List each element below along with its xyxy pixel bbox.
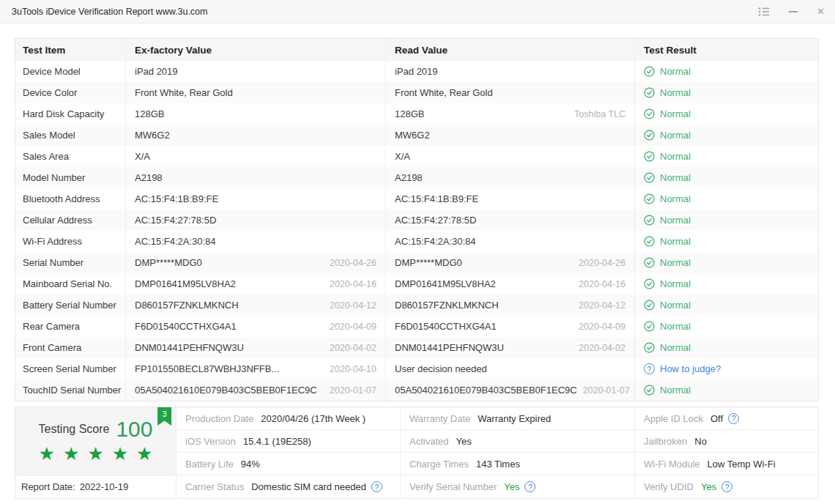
test-result-label: Normal [660,385,691,396]
ex-factory-value: F6D01540CCTHXG4A1 [135,321,237,332]
table-row: Sales Model MW6G2 MW6G2 Normal [15,125,818,146]
ex-factory-date: 2020-04-10 [324,364,376,374]
column-header-test-result: Test Result [634,39,818,61]
test-result-cell: Normal [634,103,818,125]
table-row: Cellular Address AC:15:F4:27:78:5D AC:15… [15,210,818,231]
test-result-cell: Normal [634,188,818,210]
read-value: 128GB [395,108,424,119]
summary-cell-label: Verify Serial Number [409,481,497,492]
check-circle-icon [644,151,655,162]
score-badge: 3 [157,407,171,426]
question-circle-icon[interactable]: ? [721,481,732,492]
question-circle-icon[interactable]: ? [371,481,382,492]
test-result-cell: Normal [634,231,818,252]
test-item-label: Model Number [15,167,125,188]
summary-cell: Verify Serial Number Yes ? [400,475,634,498]
test-result-cell: Normal [634,294,818,316]
report-date-row: Report Date: 2022-10-19 [15,475,176,497]
report-date-value: 2022-10-19 [80,481,129,492]
menu-icon[interactable] [758,7,770,17]
read-value-note: 2020-04-26 [573,258,626,268]
test-result-label: Normal [660,215,691,226]
summary-cell-value: Domestic SIM card needed [251,481,366,492]
score-column: 3 Testing Score 100 ★★★★★ Report Date: 2… [15,407,177,498]
check-circle-icon [644,108,655,119]
check-circle-icon [644,257,655,268]
summary-cell-label: iOS Version [185,436,236,447]
window-title: 3uTools iDevice Verification Report www.… [12,7,207,17]
ex-factory-value: DMP*****MDG0 [135,257,202,268]
minimize-button[interactable] [789,11,798,12]
report-table: Test Item Ex-factory Value Read Value Te… [15,38,819,401]
table-row: Hard Disk Capacity 128GB 128GB Toshiba T… [15,103,818,125]
summary-cell: Apple ID Lock Off ? [634,407,818,430]
check-circle-icon [644,193,655,204]
summary-cell-label: Carrier Status [185,481,244,492]
question-circle-icon[interactable]: ? [728,413,739,424]
how-to-judge-link[interactable]: How to judge? [660,363,721,374]
test-item-label: Cellular Address [15,210,125,231]
ex-factory-date: 2020-04-16 [324,279,376,289]
summary-cell-label: Verify UDID [644,481,694,492]
table-row: Device Model iPad 2019 iPad 2019 Normal [15,61,818,82]
minimize-icon [789,11,798,12]
summary-cell: Carrier Status Domestic SIM card needed … [177,475,400,498]
ex-factory-value: iPad 2019 [135,66,178,77]
table-row: Rear Camera F6D01540CCTHXG4A1 2020-04-09… [15,316,818,337]
ex-factory-value: 05A504021610E079B403C5BEB0F1EC9C [135,385,317,396]
test-item-label: Wi-Fi Address [15,231,125,252]
read-value: X/A [395,151,410,162]
read-value-note: Toshiba TLC [568,109,626,119]
summary-panel: 3 Testing Score 100 ★★★★★ Report Date: 2… [15,407,819,499]
testing-score-value: 100 [116,418,152,440]
read-value: AC:15:F4:27:78:5D [395,215,476,226]
summary-cell-label: Battery Life [185,459,234,470]
ex-factory-value: A2198 [135,172,163,183]
ex-factory-date: 2020-04-12 [324,300,376,311]
close-button[interactable]: ✕ [817,7,825,16]
test-item-label: TouchID Serial Number [15,379,125,401]
question-circle-icon[interactable]: ? [524,481,535,492]
test-result-label: Normal [660,342,691,353]
test-result-cell: Normal [634,210,818,231]
summary-cell-value: Low Temp Wi-Fi [708,459,776,470]
summary-cell: Verify UDID Yes ? [634,475,818,498]
test-result-cell: Normal [634,61,818,82]
test-result-label: Normal [660,321,691,332]
test-item-label: Sales Area [15,146,125,167]
read-value-note: 2020-04-12 [573,300,626,311]
test-item-label: Device Color [15,82,125,103]
summary-grid: Production Date 2020/04/26 (17th Week ) … [177,407,818,498]
summary-cell-value: 15.4.1 (19E258) [243,436,311,447]
test-result-cell: Normal [634,379,818,401]
test-result-cell: Normal [634,316,818,337]
test-result-cell: Normal [634,82,818,103]
summary-cell-value: Yes [504,481,519,492]
question-circle-icon[interactable]: ? [644,363,655,374]
read-value: DNM01441PEHFNQW3U [395,342,504,353]
ex-factory-date: 2020-04-09 [324,322,376,332]
summary-cell-label: Wi-Fi Module [644,459,700,470]
summary-cell-label: Warranty Date [409,413,470,424]
test-item-label: Sales Model [15,125,125,146]
testing-score-box: 3 Testing Score 100 ★★★★★ [15,407,176,475]
table-header-row: Test Item Ex-factory Value Read Value Te… [15,39,818,61]
test-item-label: Hard Disk Capacity [15,103,125,125]
test-item-label: Bluetooth Address [15,188,125,210]
summary-cell-value: Warranty Expired [478,413,551,424]
summary-cell-label: Production Date [185,413,253,424]
report-table-body: Device Model iPad 2019 iPad 2019 Normal [15,61,818,401]
ex-factory-value: X/A [135,151,150,162]
check-circle-icon [644,66,655,77]
test-result-label: Normal [660,108,691,119]
check-circle-icon [644,87,655,98]
read-value: AC:15:F4:2A:30:84 [395,236,476,247]
read-value: DMP01641M95LV8HA2 [395,278,496,289]
summary-cell-value: Yes [456,436,471,447]
check-circle-icon [644,300,655,311]
test-result-label: Normal [660,236,691,247]
column-header-test-item: Test Item [15,39,125,61]
table-row: Wi-Fi Address AC:15:F4:2A:30:84 AC:15:F4… [15,231,818,252]
summary-cell-label: Charge Times [409,459,469,470]
test-result-cell: Normal [634,146,818,167]
